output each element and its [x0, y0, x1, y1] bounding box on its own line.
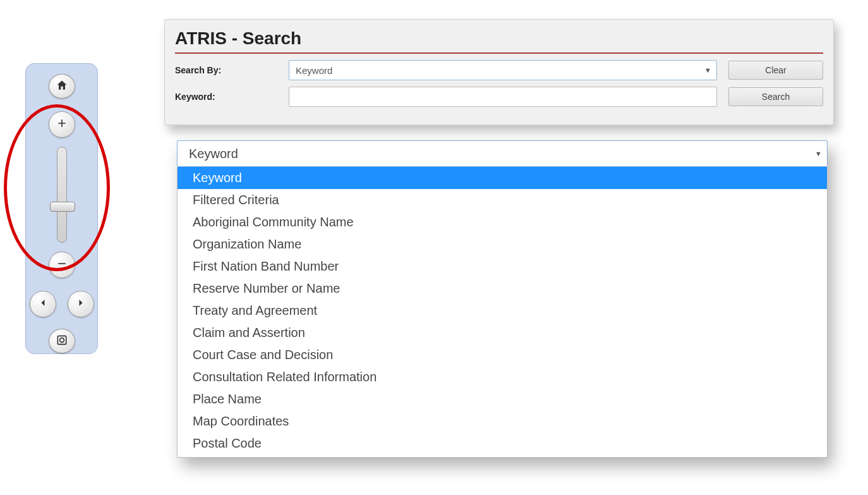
dropdown-option[interactable]: Place Name [178, 388, 827, 410]
keyword-input[interactable] [289, 87, 717, 107]
home-icon [56, 79, 68, 94]
dropdown-option[interactable]: Keyword [178, 167, 827, 189]
search-panel-title: ATRIS - Search [175, 28, 823, 49]
dropdown-option[interactable]: Consultation Related Information [178, 366, 827, 388]
zoom-slider-group [49, 111, 75, 291]
search-by-selected-value: Keyword [296, 65, 332, 76]
dropdown-selected-header[interactable]: Keyword ▼ [177, 140, 828, 167]
dropdown-option-list: KeywordFiltered CriteriaAboriginal Commu… [177, 167, 828, 458]
home-extent-button[interactable] [49, 74, 75, 99]
zoom-slider-track[interactable] [57, 147, 67, 243]
dropdown-option[interactable]: Treaty and Agreement [178, 300, 827, 322]
dropdown-option[interactable]: Filtered Criteria [178, 189, 827, 211]
zoom-slider-handle[interactable] [50, 202, 75, 212]
dropdown-option[interactable]: First Nation Band Number [178, 255, 827, 278]
plus-icon [56, 117, 68, 132]
dropdown-option[interactable]: Reserve Number or Name [178, 278, 827, 300]
next-extent-button[interactable] [68, 291, 94, 317]
keyword-label: Keyword: [175, 92, 289, 102]
chevron-left-icon [37, 296, 49, 312]
chevron-down-icon: ▼ [704, 66, 711, 74]
full-extent-button[interactable] [49, 329, 75, 353]
search-by-label: Search By: [175, 65, 289, 75]
search-panel: ATRIS - Search Search By: Keyword ▼ Clea… [164, 19, 834, 125]
search-by-dropdown-expanded: Keyword ▼ KeywordFiltered CriteriaAborig… [177, 140, 828, 458]
dropdown-option[interactable]: Claim and Assertion [178, 322, 827, 344]
dropdown-option[interactable]: Postal Code [178, 432, 827, 455]
clear-button[interactable]: Clear [728, 61, 823, 80]
svg-point-1 [59, 338, 64, 342]
dropdown-option[interactable]: Organization Name [178, 233, 827, 255]
title-divider [175, 52, 823, 54]
zoom-out-button[interactable] [49, 252, 75, 278]
dropdown-option[interactable]: Map Coordinates [178, 410, 827, 432]
search-by-select[interactable]: Keyword ▼ [289, 60, 717, 80]
svg-rect-0 [57, 336, 66, 344]
globe-extent-icon [56, 334, 68, 349]
minus-icon [56, 257, 68, 272]
zoom-in-button[interactable] [49, 111, 75, 138]
dropdown-option[interactable]: Province or Territory [178, 455, 827, 458]
dropdown-selected-value: Keyword [189, 147, 238, 161]
chevron-down-icon: ▼ [815, 150, 822, 157]
map-toolbar [25, 63, 98, 354]
chevron-right-icon [75, 296, 87, 312]
previous-extent-button[interactable] [30, 291, 56, 317]
search-button[interactable]: Search [728, 87, 823, 106]
dropdown-option[interactable]: Court Case and Decision [178, 344, 827, 366]
dropdown-option[interactable]: Aboriginal Community Name [178, 211, 827, 233]
